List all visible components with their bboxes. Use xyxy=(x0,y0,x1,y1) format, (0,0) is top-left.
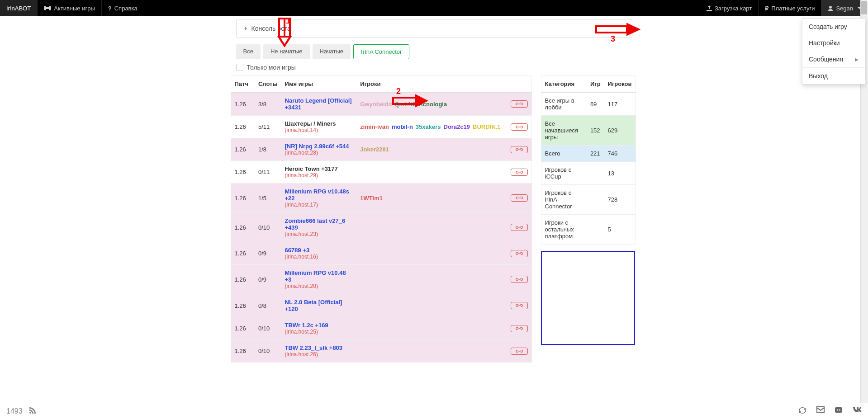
cell-players xyxy=(356,265,507,294)
player-name[interactable]: BURDIK.1 xyxy=(473,123,500,130)
ruble-icon: ₽ xyxy=(765,5,768,12)
game-name-link[interactable]: Millenium RPG v10.48 +3 xyxy=(285,269,353,283)
join-link-button[interactable] xyxy=(511,348,528,355)
game-name-link[interactable]: Millenium RPG v10.48s +22 xyxy=(285,188,353,202)
dropdown-messages-label: Сообщения xyxy=(809,56,843,63)
stats-players: 13 xyxy=(604,162,636,185)
nav-upload-maps[interactable]: Загрузка карт xyxy=(700,0,759,16)
link-icon xyxy=(516,326,523,331)
brand-link[interactable]: IrInABOT xyxy=(0,0,38,16)
cell-patch: 1.26 xyxy=(231,138,255,161)
cell-players: Joker2281 xyxy=(356,138,507,161)
only-mine-label: Только мои игры xyxy=(247,64,296,71)
cell-players xyxy=(356,340,507,363)
player-name[interactable]: 1WTim1 xyxy=(360,195,383,202)
stats-players: 629 xyxy=(604,116,636,146)
mask-icon xyxy=(44,6,51,10)
join-link-button[interactable] xyxy=(511,169,528,176)
stats-row: Все начавшиеся игры152629 xyxy=(541,116,636,146)
stats-row: Все игры в лобби69117 xyxy=(541,92,636,116)
join-link-button[interactable] xyxy=(511,224,528,231)
cell-patch: 1.26 xyxy=(231,317,255,340)
tab-started[interactable]: Начатые xyxy=(313,44,351,59)
game-name-link[interactable]: 66789 +3 xyxy=(285,247,353,254)
table-row: 1.260/9Millenium RPG v10.48 +3(irina.hos… xyxy=(231,265,531,294)
game-host: (irina.host.17) xyxy=(285,202,353,208)
cell-slots: 0/9 xyxy=(255,242,281,265)
game-host: (irina.host.29) xyxy=(285,172,353,179)
dropdown-settings[interactable]: Настройки xyxy=(802,35,865,51)
join-link-button[interactable] xyxy=(511,276,528,283)
stats-games: 152 xyxy=(587,116,604,146)
cell-patch: 1.26 xyxy=(231,161,255,184)
caret-right-icon xyxy=(245,26,247,31)
dropdown-create-game-label: Создать игру xyxy=(809,23,847,30)
cell-name: 66789 +3(irina.host.16) xyxy=(281,242,357,265)
join-link-button[interactable] xyxy=(511,302,528,309)
join-link-button[interactable] xyxy=(511,194,528,202)
link-icon xyxy=(516,170,523,174)
link-icon xyxy=(516,196,523,200)
nav-active-games[interactable]: Активные игры xyxy=(38,0,102,16)
game-name-link[interactable]: TBWr 1.2c +169 xyxy=(285,322,353,329)
ad-placeholder xyxy=(541,251,635,345)
th-players: Игроки xyxy=(356,76,507,93)
join-link-button[interactable] xyxy=(511,100,528,108)
join-link-button[interactable] xyxy=(511,325,528,332)
tab-connector[interactable]: IrInA Connector xyxy=(353,44,409,59)
table-row: 1.261/8[NR] Nrpg 2.99c6f +544(irina.host… xyxy=(231,138,531,161)
th-patch: Патч xyxy=(231,76,255,93)
game-host: (irina.host.25) xyxy=(285,329,353,335)
game-name-link[interactable]: TBW 2.23_l_slk +803 xyxy=(285,344,353,351)
cell-patch: 1.26 xyxy=(231,116,255,138)
stats-players: 5 xyxy=(604,215,636,245)
chevron-right-icon: ▶ xyxy=(855,57,859,62)
player-name[interactable]: Gwynbeidd xyxy=(360,101,392,108)
player-name[interactable]: zimin-ivan xyxy=(360,123,389,130)
game-name-link[interactable]: [NR] Nrpg 2.99c6f +544 xyxy=(285,143,353,150)
link-icon xyxy=(516,147,523,152)
navbar: IrInABOT Активные игры ? Справка Загрузк… xyxy=(0,0,868,16)
player-name[interactable]: mobil-n xyxy=(392,123,413,130)
cell-players: GwynbeiddQmirN2Acnologia xyxy=(356,92,507,116)
cell-name: [NR] Nrpg 2.99c6f +544(irina.host.28) xyxy=(281,138,357,161)
join-link-button[interactable] xyxy=(511,250,528,257)
cell-players xyxy=(356,161,507,184)
game-name-link[interactable]: NL 2.0 Beta [Official] +120 xyxy=(285,299,353,312)
stats-games: 69 xyxy=(587,92,604,116)
cell-slots: 0/8 xyxy=(255,294,281,317)
cell-patch: 1.26 xyxy=(231,294,255,317)
player-name[interactable]: 35xakers xyxy=(416,123,441,130)
dropdown-messages[interactable]: Сообщения ▶ xyxy=(802,51,865,67)
cell-slots: 0/9 xyxy=(255,265,281,294)
dropdown-create-game[interactable]: Создать игру xyxy=(802,19,865,35)
svg-point-0 xyxy=(829,6,832,9)
nav-help[interactable]: ? Справка xyxy=(102,0,144,16)
cell-players xyxy=(356,242,507,265)
game-name-link[interactable]: Zombie666 last v27_6 +439 xyxy=(285,217,353,231)
sth-players: Игроков xyxy=(604,76,636,93)
player-name[interactable]: Dora2c19 xyxy=(444,123,470,130)
join-link-button[interactable] xyxy=(511,146,528,153)
link-icon xyxy=(516,225,523,230)
scroll-thumb[interactable] xyxy=(861,1,867,14)
user-dropdown: Создать игру Настройки Сообщения ▶ Выход xyxy=(802,18,865,85)
cell-players: zimin-ivanmobil-n35xakersDora2c19BURDIK.… xyxy=(356,116,507,138)
game-host: (irina.host.28) xyxy=(285,150,353,156)
game-name-link[interactable]: Naruto Legend [Official] +3431 xyxy=(285,97,353,111)
dropdown-logout-label: Выход xyxy=(809,72,828,80)
cell-players xyxy=(356,213,507,242)
nav-help-label: Справка xyxy=(114,5,138,12)
game-name-link[interactable]: Шахтеры / Miners xyxy=(285,120,353,127)
player-name[interactable]: Joker2281 xyxy=(360,146,389,153)
only-mine-checkbox[interactable] xyxy=(236,64,243,71)
nav-paid-services[interactable]: ₽ Платные услуги xyxy=(759,0,821,16)
stats-label: Всего xyxy=(541,146,587,162)
dropdown-logout[interactable]: Выход xyxy=(802,68,865,84)
games-table: Патч Слоты Имя игры Игроки 1.263/8Naruto… xyxy=(231,75,532,363)
th-name: Имя игры xyxy=(281,76,357,93)
game-name-link[interactable]: Heroic Town +3177 xyxy=(285,165,353,172)
annotation-arrow-1 xyxy=(273,16,296,48)
tab-all[interactable]: Все xyxy=(236,44,261,59)
join-link-button[interactable] xyxy=(511,123,528,131)
